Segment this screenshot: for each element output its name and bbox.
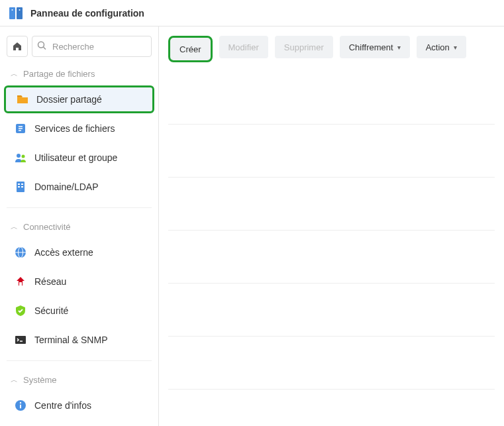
svg-point-8: [22, 155, 25, 158]
network-icon: [13, 274, 28, 289]
svg-rect-22: [20, 405, 21, 409]
encryption-dropdown[interactable]: Chiffrement ▾: [340, 36, 410, 58]
sidebar-item-shared-folder[interactable]: Dossier partagé: [4, 85, 154, 113]
sidebar-item-security[interactable]: Sécurité: [4, 297, 154, 325]
chevron-up-icon: ︿: [11, 375, 18, 385]
sidebar-item-user-group[interactable]: Utilisateur et groupe: [4, 144, 154, 172]
sidebar-item-label: Sécurité: [34, 305, 68, 316]
delete-button[interactable]: Supprimer: [275, 36, 333, 58]
window-title: Panneau de configuration: [30, 8, 144, 19]
file-service-icon: [13, 121, 28, 136]
sidebar-item-login-portal[interactable]: Portail de connexion: [4, 421, 154, 426]
users-icon: [13, 150, 28, 165]
svg-rect-11: [21, 184, 23, 185]
caret-down-icon: ▾: [397, 44, 401, 51]
list-row: [168, 337, 495, 390]
svg-rect-13: [21, 186, 23, 187]
sidebar-item-info-center[interactable]: Centre d'infos: [4, 392, 154, 419]
search-input[interactable]: [32, 36, 152, 57]
svg-point-21: [20, 402, 21, 403]
button-label: Action: [426, 42, 450, 52]
sidebar-item-label: Services de fichiers: [34, 123, 115, 134]
svg-point-7: [17, 154, 21, 158]
content-area: Créer Modifier Supprimer Chiffrement ▾ A…: [159, 27, 504, 426]
section-label: Connectivité: [23, 222, 71, 232]
svg-rect-0: [9, 7, 15, 19]
folder-icon: [15, 92, 30, 107]
list-row: [168, 125, 495, 178]
home-icon: [12, 41, 23, 52]
svg-rect-9: [17, 182, 25, 192]
list-row: [168, 72, 495, 125]
section-system[interactable]: ︿ Système: [4, 370, 154, 390]
list-row: [168, 390, 495, 426]
terminal-icon: [13, 333, 28, 347]
button-label: Chiffrement: [349, 42, 393, 52]
list-row: [168, 178, 495, 231]
svg-point-2: [12, 9, 13, 11]
sidebar-item-label: Accès externe: [34, 247, 93, 258]
list-grid: [159, 62, 504, 426]
toolbar: Créer Modifier Supprimer Chiffrement ▾ A…: [159, 27, 504, 62]
home-button[interactable]: [7, 36, 28, 57]
section-file-sharing[interactable]: ︿ Partage de fichiers: [4, 64, 154, 84]
globe-icon: [13, 245, 28, 260]
svg-rect-18: [15, 336, 26, 344]
sidebar-item-label: Utilisateur et groupe: [34, 152, 117, 163]
svg-rect-17: [19, 282, 22, 286]
svg-rect-1: [17, 7, 23, 19]
section-label: Partage de fichiers: [23, 69, 95, 79]
window-header: Panneau de configuration: [0, 0, 504, 27]
sidebar-item-label: Terminal & SNMP: [34, 335, 107, 345]
app-icon: [8, 5, 24, 21]
search-icon: [37, 41, 46, 52]
action-dropdown[interactable]: Action ▾: [417, 36, 466, 58]
svg-point-4: [38, 42, 44, 48]
domain-icon: [13, 180, 28, 194]
shield-icon: [13, 303, 28, 318]
list-row: [168, 284, 495, 337]
chevron-up-icon: ︿: [11, 222, 18, 232]
sidebar: ︿ Partage de fichiers Dossier partagé Se…: [0, 27, 159, 426]
svg-rect-12: [18, 186, 20, 187]
sidebar-item-terminal-snmp[interactable]: Terminal & SNMP: [4, 326, 154, 354]
svg-line-5: [44, 47, 46, 50]
caret-down-icon: ▾: [454, 44, 457, 51]
list-row: [168, 231, 495, 284]
sidebar-item-external-access[interactable]: Accès externe: [4, 239, 154, 266]
sidebar-item-label: Domaine/LDAP: [34, 182, 99, 192]
modify-button[interactable]: Modifier: [219, 36, 268, 58]
sidebar-item-file-services[interactable]: Services de fichiers: [4, 115, 154, 142]
sidebar-item-label: Dossier partagé: [36, 94, 102, 105]
section-connectivity[interactable]: ︿ Connectivité: [4, 217, 154, 237]
info-icon: [13, 398, 28, 413]
chevron-up-icon: ︿: [11, 69, 18, 79]
svg-point-3: [19, 9, 21, 11]
sidebar-item-label: Centre d'infos: [34, 400, 91, 411]
section-label: Système: [23, 375, 57, 385]
sidebar-item-network[interactable]: Réseau: [4, 268, 154, 295]
svg-rect-10: [18, 184, 20, 185]
create-button[interactable]: Créer: [168, 36, 213, 62]
sidebar-item-label: Réseau: [34, 276, 66, 287]
sidebar-item-domain-ldap[interactable]: Domaine/LDAP: [4, 173, 154, 201]
